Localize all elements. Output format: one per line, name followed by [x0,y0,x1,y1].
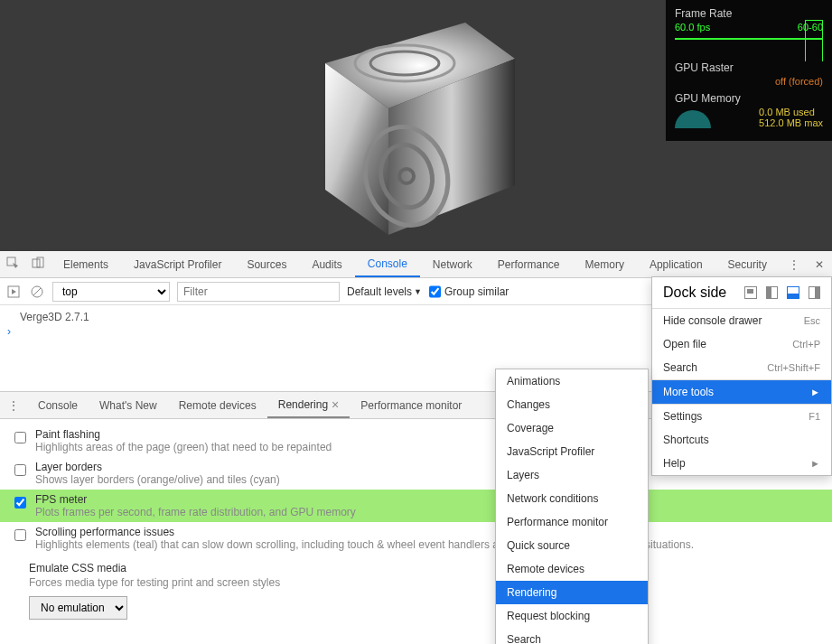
submenu-item-network-conditions[interactable]: Network conditions [496,487,648,510]
checkbox[interactable] [14,529,26,541]
submenu-item-remote-devices[interactable]: Remote devices [496,557,648,581]
cube-3d [271,9,542,244]
menu-item-more-tools[interactable]: More tools► [652,380,831,404]
drawer-tab-remote-devices[interactable]: Remote devices [168,392,267,418]
submenu-item-animations[interactable]: Animations [496,369,648,393]
tab-sources[interactable]: Sources [234,251,299,277]
option-title: Paint flashing [35,428,332,441]
close-icon[interactable]: × [332,397,339,412]
submenu-item-javascript-profiler[interactable]: JavaScript Profiler [496,440,648,463]
menu-item-search[interactable]: SearchCtrl+Shift+F [652,356,831,379]
menu-item-settings[interactable]: SettingsF1 [652,405,831,428]
framerate-title: Frame Rate [675,7,823,20]
option-fps-meter[interactable]: FPS meterPlots frames per second, frame … [0,490,832,522]
drawer-tab-what-s-new[interactable]: What's New [89,392,168,418]
tab-performance[interactable]: Performance [485,251,573,277]
option-title: Layer borders [35,461,280,473]
submenu-item-search[interactable]: Search [496,628,648,644]
devtools-tabs: ElementsJavaScript ProfilerSourcesAudits… [0,251,832,278]
gpu-raster-status: off (forced) [775,76,823,87]
main-menu-popup: Dock side Hide console drawerEscOpen fil… [651,276,832,476]
menu-item-hide-console-drawer[interactable]: Hide console drawerEsc [652,309,831,332]
filter-input[interactable] [177,282,340,302]
dock-side-row: Dock side [652,277,831,308]
svg-rect-9 [33,259,40,267]
option-sub: Shows layer borders (orange/olive) and t… [35,473,280,486]
tab-audits[interactable]: Audits [299,251,354,277]
submenu-item-rendering[interactable]: Rendering [496,581,648,604]
gpu-memory-title: GPU Memory [675,92,823,105]
checkbox[interactable] [14,497,26,509]
render-viewport[interactable]: Frame Rate 60.0 fps 60-60 GPU Raster off… [0,0,832,251]
gpu-raster-title: GPU Raster [675,61,823,74]
dock-right-icon[interactable] [809,286,820,299]
submenu-item-coverage[interactable]: Coverage [496,416,648,440]
drawer-menu-icon[interactable]: ⋮ [0,399,27,412]
svg-line-13 [33,288,41,295]
inspect-icon[interactable] [0,257,25,272]
menu-item-help[interactable]: Help► [652,452,831,475]
device-toggle-icon[interactable] [25,257,51,272]
drawer-tab-performance-monitor[interactable]: Performance monitor [350,392,472,418]
drawer-tab-console[interactable]: Console [27,392,89,418]
dock-left-icon[interactable] [766,286,778,299]
option-scrolling-performance-issues[interactable]: Scrolling performance issuesHighlights e… [0,522,832,555]
checkbox[interactable] [14,464,26,476]
menu-item-open-file[interactable]: Open fileCtrl+P [652,332,831,356]
tab-application[interactable]: Application [637,251,715,277]
checkbox[interactable] [14,432,26,443]
clear-icon[interactable] [29,284,45,300]
emulate-css-select[interactable]: No emulation [29,596,127,620]
tab-elements[interactable]: Elements [51,251,121,277]
more-tools-submenu: AnimationsChangesCoverageJavaScript Prof… [495,369,649,644]
console-prompt-icon: › [7,325,11,338]
context-select[interactable]: top [52,282,170,302]
tab-console[interactable]: Console [355,251,420,277]
drawer-tab-rendering[interactable]: Rendering× [267,392,351,418]
group-similar-toggle[interactable]: Group similar [429,282,509,302]
gpu-mem-used: 0.0 MB used [759,107,823,117]
option-sub: Highlights areas of the page (green) tha… [35,441,332,453]
gpu-mem-max: 512.0 MB max [759,117,823,128]
submenu-item-performance-monitor[interactable]: Performance monitor [496,510,648,534]
emulate-css-section: Emulate CSS media Forces media type for … [0,555,832,627]
dock-undock-icon[interactable] [744,286,756,299]
tab-security[interactable]: Security [715,251,780,277]
submenu-item-changes[interactable]: Changes [496,393,648,416]
option-title: FPS meter [35,493,356,506]
tab-javascript-profiler[interactable]: JavaScript Profiler [121,251,234,277]
submenu-item-layers[interactable]: Layers [496,463,648,487]
play-icon[interactable] [5,284,22,300]
submenu-item-request-blocking[interactable]: Request blocking [496,604,648,628]
tab-network[interactable]: Network [420,251,485,277]
group-similar-checkbox[interactable] [429,282,441,302]
menu-item-shortcuts[interactable]: Shortcuts [652,428,831,452]
submenu-item-quick-source[interactable]: Quick source [496,534,648,557]
more-menu-icon[interactable]: ⋮ [781,258,807,271]
levels-select[interactable]: Default levels [347,285,412,298]
close-icon[interactable]: ✕ [807,258,832,271]
option-sub: Plots frames per second, frame rate dist… [35,506,356,518]
tab-memory[interactable]: Memory [573,251,637,277]
fps-value: 60.0 fps [675,22,710,33]
dock-bottom-icon[interactable] [787,286,799,299]
stats-overlay: Frame Rate 60.0 fps 60-60 GPU Raster off… [666,0,832,141]
